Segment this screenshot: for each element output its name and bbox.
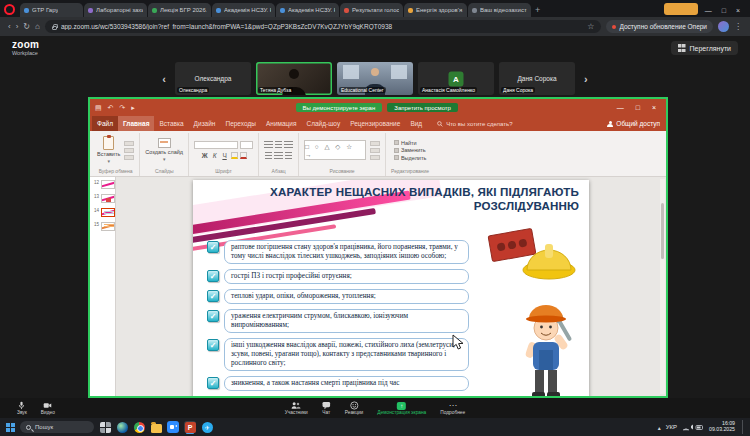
- participant-tile[interactable]: Educational Center: [337, 62, 413, 95]
- find-button[interactable]: Найти: [394, 140, 426, 146]
- indent-button[interactable]: [284, 141, 293, 149]
- align-center-button[interactable]: [274, 152, 283, 160]
- bookmark-star-icon[interactable]: ☆: [587, 22, 594, 31]
- browser-tab[interactable]: Академія НСЗУ. Нав…: [276, 3, 339, 17]
- view-button[interactable]: Переглянути: [671, 41, 738, 55]
- browser-tab[interactable]: Ваш відеозахист…: [468, 3, 531, 17]
- tab-review[interactable]: Рецензирование: [345, 116, 405, 131]
- back-icon[interactable]: ‹: [8, 22, 11, 31]
- start-button[interactable]: [6, 423, 15, 432]
- taskbar-search[interactable]: Пошук: [20, 421, 94, 433]
- participant-tile[interactable]: Даня Сорока Даня Сорока: [499, 62, 575, 95]
- browser-tab[interactable]: Лекція БГР 2026…: [148, 3, 211, 17]
- highlighted-pinned-tab[interactable]: [664, 3, 698, 15]
- tab-view[interactable]: Вид: [405, 116, 427, 131]
- telegram-app-button[interactable]: ✈: [201, 421, 213, 433]
- browser-tab[interactable]: Результати голосу…: [340, 3, 403, 17]
- copy-icon[interactable]: [124, 148, 134, 153]
- home-icon[interactable]: ⌂: [35, 22, 40, 31]
- format-painter-icon[interactable]: [124, 155, 134, 160]
- underline-button[interactable]: Ч: [221, 152, 229, 159]
- language-indicator[interactable]: УКР: [666, 424, 677, 430]
- tab-home[interactable]: Главная: [118, 116, 154, 131]
- slide-thumbnail[interactable]: 15: [92, 222, 113, 231]
- reload-icon[interactable]: ↻: [23, 22, 30, 31]
- font-size-box[interactable]: [240, 141, 253, 149]
- scrollbar-thumb[interactable]: [661, 203, 664, 259]
- cut-icon[interactable]: [124, 141, 134, 146]
- select-button[interactable]: Выделить: [394, 155, 426, 161]
- tab-slideshow[interactable]: Слайд-шоу: [301, 116, 345, 131]
- slide-thumbnail-selected[interactable]: 14: [92, 208, 113, 217]
- shape-fill-button[interactable]: [370, 155, 380, 160]
- shapes-gallery[interactable]: □ ○ △ ◇ ☆ →: [304, 140, 366, 160]
- zoom-app-button[interactable]: [167, 421, 179, 433]
- slide-thumbnail[interactable]: 12: [92, 180, 113, 189]
- filmstrip-prev-icon[interactable]: ‹: [158, 73, 170, 85]
- share-screen-button[interactable]: ↑ Демонстрация экрана: [370, 402, 433, 416]
- show-desktop-button[interactable]: [742, 420, 744, 434]
- tell-me-search[interactable]: Что вы хотите сделать?: [437, 121, 512, 127]
- bullets-button[interactable]: [264, 141, 273, 149]
- tab-animations[interactable]: Анимация: [261, 116, 302, 131]
- italic-button[interactable]: К: [211, 152, 219, 159]
- browser-menu-icon[interactable]: ⋮: [734, 22, 742, 31]
- font-color-button[interactable]: [240, 152, 247, 159]
- new-tab-button[interactable]: +: [535, 5, 540, 15]
- opera-logo-icon[interactable]: [4, 4, 15, 15]
- participant-tile[interactable]: Тетяна Дубза: [256, 62, 332, 95]
- network-volume-battery-icons[interactable]: [682, 423, 704, 431]
- edge-app-button[interactable]: [116, 421, 128, 433]
- numbering-button[interactable]: [275, 141, 282, 149]
- tab-file[interactable]: Файл: [92, 116, 118, 131]
- url-bar[interactable]: app.zoom.us/wc/5303943586/join?ref_from=…: [45, 20, 602, 33]
- align-left-button[interactable]: [265, 152, 272, 160]
- participant-tile[interactable]: Олександра Олександра: [175, 62, 251, 95]
- browser-update-button[interactable]: Доступно обновление Опери: [606, 20, 713, 33]
- browser-tab[interactable]: Енергія здоров'я…: [404, 3, 467, 17]
- highlight-color-button[interactable]: [231, 152, 238, 159]
- share-button[interactable]: Общий доступ: [607, 120, 664, 127]
- quick-access-toolbar-icons[interactable]: ▤ ↶ ↷ ▸: [95, 104, 137, 112]
- align-right-button[interactable]: [285, 152, 292, 160]
- audio-button[interactable]: Звук: [10, 401, 34, 416]
- forward-icon[interactable]: ›: [16, 22, 19, 31]
- slide-thumbnail[interactable]: 13: [92, 194, 113, 203]
- replace-button[interactable]: Заменить: [394, 147, 426, 153]
- bold-button[interactable]: Ж: [201, 152, 209, 159]
- stop-share-button[interactable]: Запретить просмотр: [387, 103, 458, 112]
- slide-scrollbar[interactable]: [660, 179, 665, 394]
- browser-profile-avatar[interactable]: [718, 21, 729, 32]
- tab-transitions[interactable]: Переходы: [220, 116, 261, 131]
- browser-tab[interactable]: GTP Гару: [20, 3, 83, 17]
- slide-number: 13: [92, 194, 99, 199]
- reactions-button[interactable]: Реакции: [338, 401, 371, 416]
- more-button[interactable]: ⋯ Подробнее: [433, 402, 472, 416]
- participants-button[interactable]: Участники: [278, 401, 315, 416]
- browser-tab[interactable]: Лабораторні захи…: [84, 3, 147, 17]
- video-button[interactable]: Видео: [34, 401, 62, 416]
- paste-button[interactable]: Вставить ▾: [97, 136, 120, 164]
- powerpoint-app-button[interactable]: P: [184, 421, 196, 433]
- filmstrip-next-icon[interactable]: ›: [580, 73, 592, 85]
- person-icon: [607, 121, 613, 127]
- current-slide[interactable]: ХАРАКТЕР НЕЩАСНИХ ВИПАДКІВ, ЯКІ ПІДЛЯГАЮ…: [193, 180, 589, 396]
- tab-title: GTP Гару: [32, 7, 58, 13]
- chat-button[interactable]: Чат: [315, 401, 338, 416]
- ppt-window-controls[interactable]: — □ ×: [617, 104, 661, 111]
- new-slide-button[interactable]: Создать слайд ▾: [145, 138, 183, 162]
- font-name-box[interactable]: [194, 141, 238, 149]
- taskbar-clock[interactable]: 16:09 09.03.2025: [709, 421, 735, 433]
- file-explorer-button[interactable]: [150, 421, 162, 433]
- tab-insert[interactable]: Вставка: [154, 116, 188, 131]
- quick-styles-button[interactable]: [370, 148, 380, 153]
- browser-tab[interactable]: Академія НСЗУ. Нав…: [212, 3, 275, 17]
- browser-window-controls[interactable]: — □ ×: [705, 7, 744, 14]
- participant-tile[interactable]: A Анастасія Самойленко: [418, 62, 494, 95]
- chrome-app-button[interactable]: [133, 421, 145, 433]
- task-view-button[interactable]: [99, 421, 111, 433]
- tab-design[interactable]: Дизайн: [189, 116, 221, 131]
- group-caption: Редактирование: [391, 167, 429, 176]
- arrange-button[interactable]: [370, 141, 380, 146]
- tray-expand-icon[interactable]: ▴: [658, 424, 661, 431]
